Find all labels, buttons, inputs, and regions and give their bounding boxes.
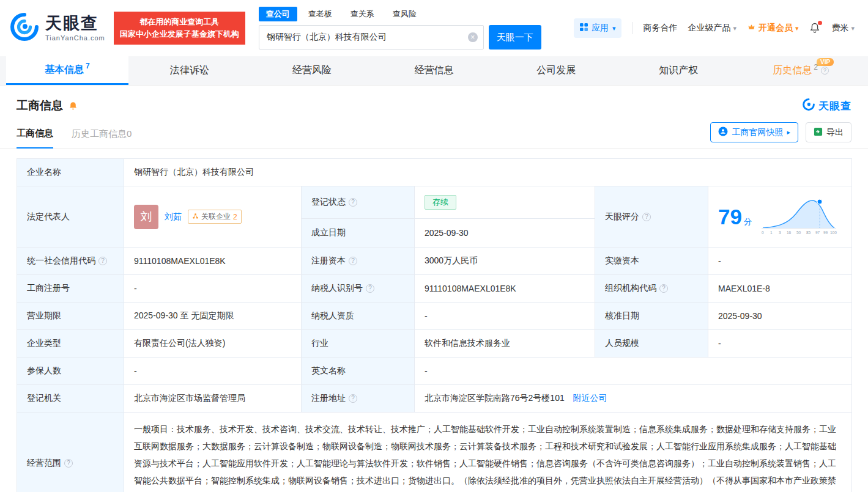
svg-text:1: 1 (770, 230, 773, 235)
clear-icon[interactable]: × (468, 32, 478, 42)
table-row: 登记机关 北京市海淀区市场监督管理局 注册地址? 北京市海淀区学院南路76号2号… (17, 385, 852, 413)
export-label: 导出 (826, 127, 844, 138)
score-unit: 分 (744, 217, 752, 226)
user-menu[interactable]: 费米 ▾ (831, 23, 855, 34)
taxpayer-quality-label: 纳税人资质 (302, 303, 415, 330)
english-name-value: - (415, 358, 852, 385)
status-badge: 存续 (425, 195, 456, 210)
svg-text:99: 99 (823, 230, 828, 235)
svg-text:97: 97 (815, 230, 820, 235)
search-input[interactable] (259, 25, 484, 50)
search-tab-risk[interactable]: 查风险 (385, 7, 424, 21)
company-name-value: 钢研智行（北京）科技有限公司 (124, 159, 852, 186)
vip-label: 开通会员 (759, 23, 793, 34)
tab-history-info[interactable]: VIP 历史信息 2 ? (740, 56, 862, 85)
notification-dot (818, 21, 822, 25)
business-term-label: 营业期限 (17, 303, 124, 330)
english-name-label: 英文名称 (302, 358, 415, 385)
help-icon[interactable]: ? (659, 284, 668, 293)
nav-vip-upgrade[interactable]: 开通会员 ▾ (747, 23, 799, 34)
table-row: 法定代表人 刘 刘茹 关联企业 2 登记状态? 存续 天眼评分? (17, 186, 852, 219)
establish-date-label: 成立日期 (302, 219, 415, 248)
tab-operation-label: 经营信息 (415, 64, 454, 77)
tianyancha-eye-icon (9, 11, 40, 45)
logo-title: 天眼查 (45, 15, 105, 33)
tab-legal[interactable]: 法律诉讼 (128, 56, 251, 85)
promo-banner: 都在用的商业查询工具 国家中小企业发展子基金旗下机构 (114, 12, 245, 45)
related-companies-tag[interactable]: 关联企业 2 (188, 210, 242, 224)
search-button[interactable]: 天眼一下 (489, 25, 541, 50)
help-icon[interactable]: ? (98, 257, 107, 265)
tab-company-development[interactable]: 公司发展 (495, 56, 617, 85)
business-scope-label: 经营范围? (17, 413, 124, 492)
notification-bell-icon[interactable] (809, 22, 821, 34)
top-header: 天眼查 TianYanCha.com 都在用的商业查询工具 国家中小企业发展子基… (0, 0, 868, 56)
taxpayer-id-label: 纳税人识别号? (302, 275, 415, 303)
help-icon[interactable]: ? (349, 394, 357, 403)
search-tab-boss[interactable]: 查老板 (301, 7, 339, 21)
header-nav: 应用 ▾ 商务合作 企业级产品 ▾ 开通会员 ▾ 费米 ▾ (574, 18, 855, 38)
reg-address-value: 北京市海淀区学院南路76号2号楼101 附近公司 (415, 385, 852, 413)
tab-basic-info[interactable]: 基本信息 7 (6, 56, 128, 85)
reg-address-label: 注册地址? (302, 385, 415, 413)
apps-label: 应用 (592, 23, 609, 34)
divider (632, 22, 632, 34)
sub-tab-business-info[interactable]: 工商信息 (17, 128, 53, 149)
official-snapshot-button[interactable]: 工商官网快照 ▸ (710, 122, 798, 142)
search-tab-company[interactable]: 查公司 (259, 7, 297, 21)
nav-enterprise-products[interactable]: 企业级产品 ▾ (688, 23, 736, 34)
section-header: 工商信息 天眼查 (0, 86, 868, 120)
company-type-value: 有限责任公司(法人独资) (124, 330, 302, 358)
approval-date-label: 核准日期 (595, 303, 708, 330)
apps-grid-icon (580, 23, 588, 33)
company-name-label: 企业名称 (17, 159, 124, 186)
establish-date-value: 2025-09-30 (415, 219, 595, 248)
table-row: 经营范围? 一般项目：技术服务、技术开发、技术咨询、技术交流、技术转让、技术推广… (17, 413, 852, 492)
tab-development-label: 公司发展 (536, 64, 576, 77)
section-watermark-logo: 天眼查 (802, 98, 851, 114)
export-button[interactable]: 导出 (806, 122, 851, 142)
score-value[interactable]: 79分 0 1 3 16 50 85 (708, 186, 852, 248)
promo-line2: 国家中小企业发展子基金旗下机构 (120, 28, 239, 40)
help-icon[interactable]: ? (642, 213, 651, 221)
sub-tab-history-business-info[interactable]: 历史工商信息0 (72, 128, 132, 148)
table-row: 企业类型 有限责任公司(法人独资) 行业 软件和信息技术服务业 人员规模 - (17, 330, 852, 358)
snapshot-label: 工商官网快照 (732, 127, 783, 138)
reg-capital-value: 3000万人民币 (415, 248, 595, 275)
nearby-companies-link[interactable]: 附近公司 (573, 393, 607, 403)
legal-rep-name-link[interactable]: 刘茹 (165, 211, 182, 222)
help-icon[interactable]: ? (366, 284, 374, 293)
company-type-label: 企业类型 (17, 330, 124, 358)
help-icon[interactable]: ? (64, 459, 73, 468)
score-label: 天眼评分? (595, 186, 708, 248)
section-title: 工商信息 (17, 98, 63, 114)
help-icon[interactable]: ? (821, 67, 829, 75)
search-tabs: 查公司 查老板 查关系 查风险 (259, 7, 541, 21)
credit-code-value: 91110108MAEXL01E8K (124, 248, 302, 275)
score-distribution-chart: 0 1 3 16 50 85 97 99 100 (760, 194, 837, 239)
help-icon[interactable]: ? (349, 198, 357, 207)
legal-rep-avatar[interactable]: 刘 (134, 205, 158, 229)
tab-risk-label: 经营风险 (292, 64, 332, 77)
search-tab-relation[interactable]: 查关系 (343, 7, 382, 21)
chevron-down-icon: ▾ (733, 24, 736, 32)
org-code-value: MAEXL01E-8 (708, 275, 852, 303)
credit-code-label: 统一社会信用代码? (17, 248, 124, 275)
help-icon[interactable]: ? (349, 257, 357, 265)
search-area: 查公司 查老板 查关系 查风险 × 天眼一下 (259, 7, 541, 50)
tab-intellectual-property[interactable]: 知识产权 (617, 56, 740, 85)
related-tag-label: 关联企业 (201, 211, 231, 222)
enterprise-products-label: 企业级产品 (688, 23, 730, 34)
nav-business-coop[interactable]: 商务合作 (643, 23, 677, 34)
apps-menu[interactable]: 应用 ▾ (574, 18, 622, 38)
tab-operating-risk[interactable]: 经营风险 (251, 56, 373, 85)
tianyancha-logo[interactable]: 天眼查 TianYanCha.com (9, 11, 105, 45)
svg-text:100: 100 (830, 230, 837, 235)
monitor-bell-icon[interactable] (68, 101, 78, 111)
sub-tab-history-count: 0 (127, 128, 132, 139)
crown-icon (747, 23, 756, 34)
username: 费米 (831, 23, 848, 34)
insured-count-value: - (124, 358, 302, 385)
tab-operating-info[interactable]: 经营信息 (373, 56, 495, 85)
logo-subtitle: TianYanCha.com (45, 34, 105, 42)
